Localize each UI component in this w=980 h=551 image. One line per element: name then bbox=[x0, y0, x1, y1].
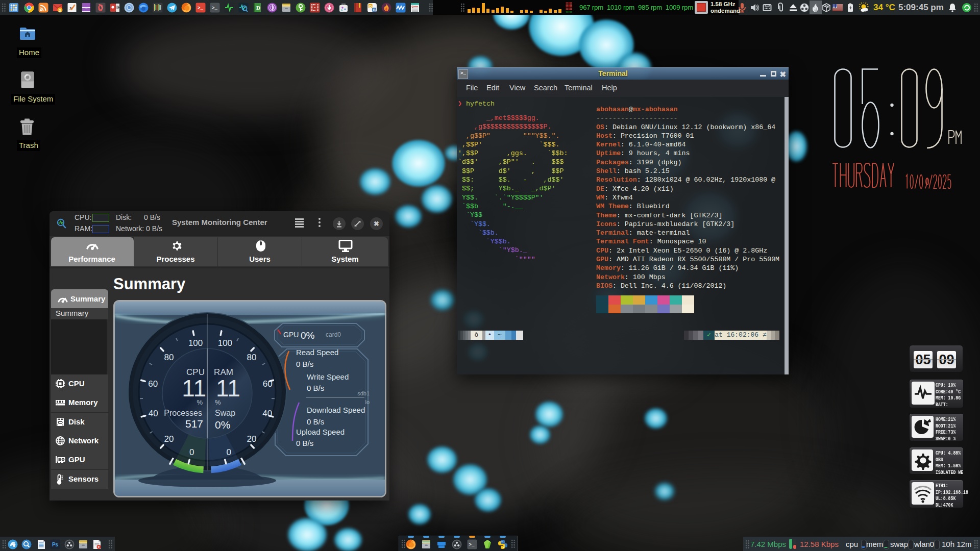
svg-text:Read Speed: Read Speed bbox=[296, 348, 338, 357]
svg-text:B: B bbox=[373, 8, 376, 12]
svg-text:20: 20 bbox=[247, 434, 257, 444]
svg-text:0%: 0% bbox=[215, 419, 230, 431]
svg-text:>_: >_ bbox=[198, 6, 203, 11]
svg-text:Write Speed: Write Speed bbox=[307, 372, 349, 381]
svg-text:>_: >_ bbox=[469, 542, 475, 547]
svg-text:0: 0 bbox=[189, 447, 194, 457]
svg-text:Download Speed: Download Speed bbox=[307, 406, 365, 414]
svg-text:20: 20 bbox=[164, 434, 174, 444]
svg-text:O: O bbox=[369, 4, 372, 9]
svg-text:card0: card0 bbox=[326, 331, 341, 338]
svg-text:Ps: Ps bbox=[52, 542, 59, 547]
svg-text:100: 100 bbox=[188, 338, 203, 348]
svg-text:60: 60 bbox=[263, 379, 273, 389]
svg-text:60: 60 bbox=[148, 379, 158, 389]
svg-text:D: D bbox=[256, 5, 260, 11]
svg-text:>_: >_ bbox=[212, 6, 217, 11]
svg-text:40: 40 bbox=[262, 409, 272, 418]
svg-text:0: 0 bbox=[227, 447, 231, 457]
svg-text:lo: lo bbox=[365, 399, 370, 405]
svg-text:2: 2 bbox=[59, 8, 61, 13]
svg-text:0 B/s: 0 B/s bbox=[296, 439, 313, 447]
svg-text:517: 517 bbox=[185, 418, 203, 430]
svg-text:%: % bbox=[197, 398, 203, 406]
svg-text:0%: 0% bbox=[301, 330, 315, 341]
svg-text:Upload Speed: Upload Speed bbox=[296, 428, 345, 436]
svg-text:80: 80 bbox=[247, 353, 257, 362]
svg-text:11: 11 bbox=[216, 375, 240, 402]
svg-text:GPU: GPU bbox=[283, 331, 299, 339]
svg-text:0 B/s: 0 B/s bbox=[307, 384, 324, 392]
svg-text:sdb1: sdb1 bbox=[357, 390, 370, 396]
svg-text:40: 40 bbox=[149, 409, 158, 418]
svg-text:11: 11 bbox=[182, 375, 206, 402]
svg-text:%: % bbox=[215, 398, 221, 406]
svg-text:80: 80 bbox=[164, 353, 174, 362]
svg-text:0 B/s: 0 B/s bbox=[307, 417, 324, 426]
svg-text:Processes: Processes bbox=[164, 409, 202, 417]
svg-text:100: 100 bbox=[218, 338, 232, 348]
svg-text:Swap: Swap bbox=[215, 409, 235, 417]
svg-text:0 B/s: 0 B/s bbox=[296, 360, 313, 368]
